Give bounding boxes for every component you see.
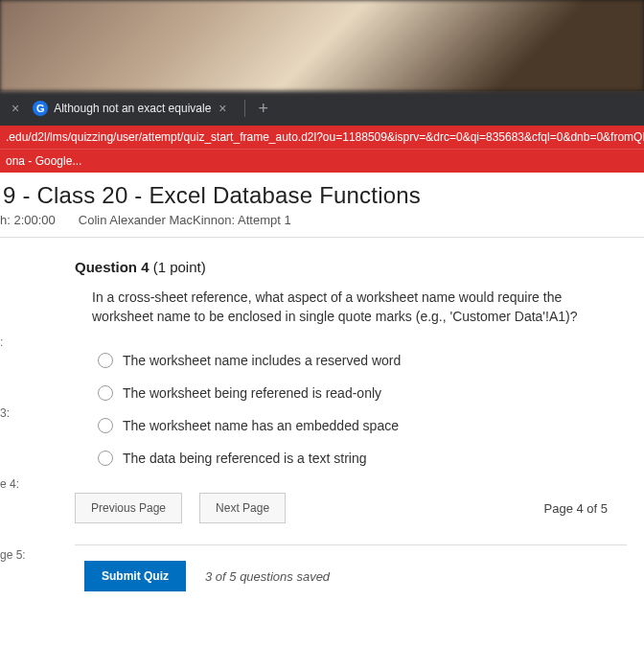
page-content: 9 - Class 20 - Excel Database Functions … [0,173,644,671]
tab-favicon: G [33,101,48,116]
answer-option[interactable]: The worksheet name has an embedded space [98,418,627,433]
pagination-row: Previous Page Next Page Page 4 of 5 [75,493,627,523]
submit-quiz-button[interactable]: Submit Quiz [84,561,186,591]
question-text: In a cross-sheet reference, what aspect … [92,289,600,326]
question-points: (1 point) [150,259,206,275]
radio-icon[interactable] [98,418,113,433]
answer-option[interactable]: The worksheet name includes a reserved w… [98,353,627,368]
tab-divider [244,100,245,117]
attempt-info: h: 2:00:00 Colin Alexander MacKinnon: At… [0,211,644,238]
attempt-label: Colin Alexander MacKinnon: Attempt 1 [79,213,291,227]
next-page-button[interactable]: Next Page [199,493,286,523]
question-header: Question 4 (1 point) [75,259,627,275]
bookmark-bar-item[interactable]: ona - Google... [0,149,644,173]
answer-option[interactable]: The data being referenced is a text stri… [98,451,627,466]
option-label: The data being referenced is a text stri… [123,451,366,466]
option-label: The worksheet name has an embedded space [123,418,399,433]
time-limit-label: h: 2:00:00 [0,213,56,227]
browser-tab-bar: × G Although not an exact equivale × + [0,91,644,126]
radio-icon[interactable] [98,385,113,401]
question-nav-sidebar: : 3: e 4: ge 5: [0,238,36,619]
sidebar-label[interactable]: ge 5: [0,548,36,562]
sidebar-label[interactable]: e 4: [0,477,36,491]
background-photo [0,0,644,91]
sidebar-label[interactable]: : [0,336,36,349]
address-bar[interactable]: .edu/d2l/lms/quizzing/user/attempt/quiz_… [0,126,644,149]
question-panel: Question 4 (1 point) In a cross-sheet re… [36,238,644,619]
radio-icon[interactable] [98,451,113,466]
radio-icon[interactable] [98,353,113,368]
page-title: 9 - Class 20 - Excel Database Functions [0,173,644,211]
option-label: The worksheet name includes a reserved w… [123,353,401,368]
option-label: The worksheet being referened is read-on… [123,385,381,401]
saved-status: 3 of 5 questions saved [205,569,330,584]
question-number: Question 4 [75,259,150,275]
answer-options: The worksheet name includes a reserved w… [98,353,627,466]
answer-option[interactable]: The worksheet being referened is read-on… [98,385,627,401]
close-icon[interactable]: × [4,101,27,116]
browser-tab[interactable]: G Although not an exact equivale × [27,101,240,116]
previous-page-button[interactable]: Previous Page [75,493,182,523]
new-tab-button[interactable]: + [249,99,279,119]
submit-row: Submit Quiz 3 of 5 questions saved [84,561,627,591]
tab-title: Although not an exact equivale [54,102,211,115]
page-indicator: Page 4 of 5 [544,501,628,516]
sidebar-label[interactable]: 3: [0,406,36,420]
divider [75,544,627,545]
close-icon[interactable]: × [211,101,234,116]
